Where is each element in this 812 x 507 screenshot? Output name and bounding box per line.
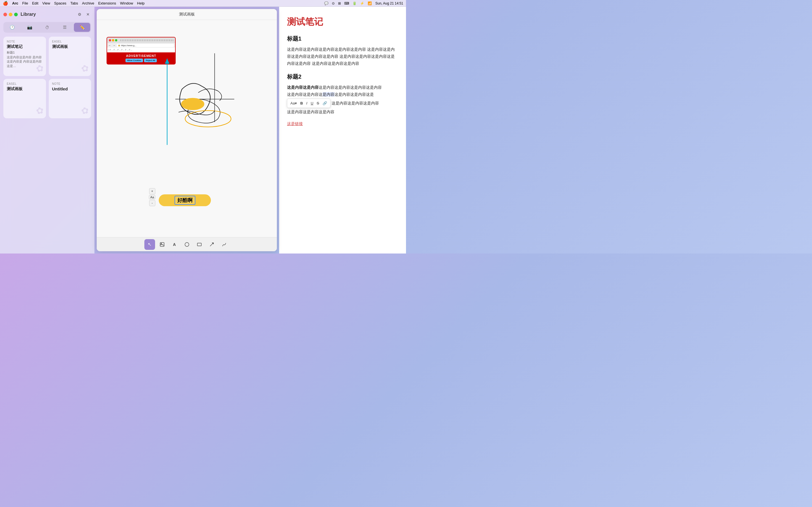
- datetime: Sun, Aug 21 14:51: [375, 1, 403, 5]
- card-type-4: NOTE: [52, 82, 88, 86]
- svg-rect-9: [197, 243, 201, 246]
- bluetooth-icon: ⚡: [360, 1, 364, 5]
- card-note-untitled[interactable]: NOTE Untitled ✿: [49, 79, 91, 118]
- menu-extensions[interactable]: Extensions: [98, 1, 116, 5]
- card-deco-2: ✿: [80, 62, 90, 74]
- rect-tool-button[interactable]: [194, 239, 205, 250]
- note-bold-text: 这是内容这是内容: [287, 85, 319, 90]
- canvas-content[interactable]: ← → 🔒 https://www.g... □ // ... // ... /…: [97, 20, 277, 237]
- tab-draw[interactable]: ✏️: [74, 23, 90, 32]
- menu-window[interactable]: Window: [120, 1, 133, 5]
- canvas-textbox[interactable]: 好酷啊: [159, 194, 211, 206]
- note-heading-1: 标题1: [287, 35, 398, 43]
- menu-spaces[interactable]: Spaces: [54, 1, 66, 5]
- menu-view[interactable]: View: [42, 1, 50, 5]
- sidebar-title: Library: [20, 12, 77, 17]
- card-type-2: EASEL: [52, 40, 88, 43]
- card-easel-2[interactable]: EASEL 测试画板 ✿: [3, 79, 46, 118]
- browser-ad: ADVERTISEMENT Allow Cookies Reject All: [107, 52, 175, 64]
- ad-buttons: Allow Cookies Reject All: [109, 59, 173, 62]
- pen-tool-button[interactable]: [219, 239, 230, 250]
- card-deco-3: ✿: [35, 105, 44, 117]
- format-underline-button[interactable]: U: [310, 100, 314, 107]
- browser-body: □ // ... // ... // ... // ... // ... // …: [107, 48, 175, 52]
- menu-arc[interactable]: Arc: [12, 1, 18, 5]
- browser-titlebar: [107, 38, 175, 43]
- minimize-button[interactable]: [9, 13, 12, 16]
- canvas-area: 测试画板 ← → 🔒 ht: [97, 9, 277, 251]
- tab-list[interactable]: ☰: [56, 23, 73, 32]
- font-increase-button[interactable]: +: [149, 188, 155, 194]
- note-body-2: 这是内容这是内容这是内容这是内容这是内容这是内容 这是内容这是内容这是内容这是内…: [287, 84, 398, 116]
- circle-tool-button[interactable]: [182, 239, 192, 250]
- note-link[interactable]: 这是链接: [287, 121, 398, 126]
- card-title-2: 测试画板: [52, 44, 88, 49]
- select-tool-button[interactable]: ↖: [144, 239, 155, 250]
- note-panel-title: 测试笔记: [287, 16, 398, 28]
- cards-grid: NOTE 测试笔记 标题1 这是内容这是内容 是内容这是内容是 内容这是内容这是…: [3, 37, 91, 118]
- apple-icon[interactable]: 🍎: [3, 1, 8, 6]
- menu-help[interactable]: Help: [137, 1, 145, 5]
- canvas-textbox-text[interactable]: 好酷啊: [174, 196, 195, 205]
- card-easel-ceshibanban[interactable]: EASEL 测试画板 ✿: [49, 37, 91, 76]
- battery-icon: 🔋: [352, 1, 357, 5]
- menu-tabs[interactable]: Tabs: [70, 1, 78, 5]
- browser-forward-icon[interactable]: →: [112, 44, 116, 47]
- tab-history[interactable]: ⏱: [39, 23, 56, 32]
- reject-all-button[interactable]: Reject All: [144, 59, 157, 62]
- note-panel: 测试笔记 标题1 这是内容这是内容这是内容这是内容这是内容 这是内容这是内容这是…: [279, 7, 406, 253]
- line-tool-button[interactable]: [206, 239, 217, 250]
- font-decrease-button[interactable]: -: [149, 200, 155, 206]
- text-tool-button[interactable]: A: [169, 239, 180, 250]
- browser-maximize[interactable]: [115, 39, 117, 41]
- close-button[interactable]: [3, 13, 7, 16]
- allow-cookies-button[interactable]: Allow Cookies: [125, 59, 143, 62]
- grid-icon: ⊞: [338, 1, 341, 5]
- note-body-1: 这是内容这是内容这是内容这是内容这是内容 这是内容这是内容这是内容这是内容这是内…: [287, 46, 398, 67]
- browser-traffic-lights: [109, 39, 117, 41]
- settings-icon[interactable]: ⚙: [77, 11, 83, 17]
- wifi-icon: 📶: [368, 1, 372, 5]
- format-bold-button[interactable]: B: [299, 100, 304, 107]
- tab-camera[interactable]: 📷: [22, 23, 38, 32]
- card-deco-4: ✿: [80, 105, 90, 117]
- browser-body-text: □ // ... // ... // ... // ... // ... // …: [108, 48, 174, 52]
- traffic-lights: [3, 13, 18, 16]
- browser-url-text: https://www.g...: [121, 44, 136, 47]
- browser-minimize[interactable]: [112, 39, 114, 41]
- browser-url-bar[interactable]: 🔒 https://www.g...: [117, 44, 174, 47]
- format-italic-button[interactable]: I: [305, 100, 308, 107]
- text-format-bar: Aa▾ B I U S 🔗: [287, 99, 331, 108]
- browser-back-icon[interactable]: ←: [108, 44, 111, 47]
- menubar: 🍎 Arc File Edit View Spaces Tabs Archive…: [0, 0, 406, 7]
- card-deco-1: ✿: [35, 62, 44, 74]
- format-font-button[interactable]: Aa▾: [290, 100, 298, 107]
- note-body-2-line4: 这是内容这是内容这是内容: [287, 110, 335, 114]
- menu-archive[interactable]: Archive: [82, 1, 94, 5]
- ad-text: ADVERTISEMENT: [109, 54, 173, 57]
- browser-close[interactable]: [109, 39, 111, 41]
- image-tool-button[interactable]: [157, 239, 167, 250]
- selected-region: 是内容: [322, 92, 335, 97]
- maximize-button[interactable]: [14, 13, 18, 16]
- close-sidebar-icon[interactable]: ✕: [85, 11, 91, 17]
- font-size-controls: + Aa -: [149, 188, 155, 206]
- menu-edit[interactable]: Edit: [32, 1, 38, 5]
- wechat-icon: 💬: [324, 1, 328, 5]
- sidebar-controls: ⚙ ✕: [77, 11, 91, 17]
- card-note-ceshibiji[interactable]: NOTE 测试笔记 标题1 这是内容这是内容 是内容这是内容是 内容这是内容这是…: [3, 37, 46, 76]
- svg-point-8: [185, 242, 189, 246]
- tab-recent[interactable]: 🕐: [4, 23, 20, 32]
- keyboard-icon: ⌨: [344, 1, 349, 5]
- card-type-1: NOTE: [7, 40, 43, 43]
- format-link-button[interactable]: 🔗: [322, 100, 328, 107]
- menu-file[interactable]: File: [22, 1, 28, 5]
- menubar-left: 🍎 Arc File Edit View Spaces Tabs Archive…: [3, 1, 145, 6]
- card-title-4: Untitled: [52, 87, 88, 91]
- controls-icon: ⊙: [332, 1, 335, 5]
- format-strikethrough-button[interactable]: S: [316, 100, 320, 107]
- card-subtitle-1: 标题1: [7, 50, 43, 55]
- sidebar-tabs: 🕐 📷 ⏱ ☰ ✏️: [3, 22, 91, 33]
- note-body-selected-text: 这是内容这是内容这是内容这是内容这是内容这是: [287, 92, 374, 97]
- card-type-3: EASEL: [7, 82, 43, 86]
